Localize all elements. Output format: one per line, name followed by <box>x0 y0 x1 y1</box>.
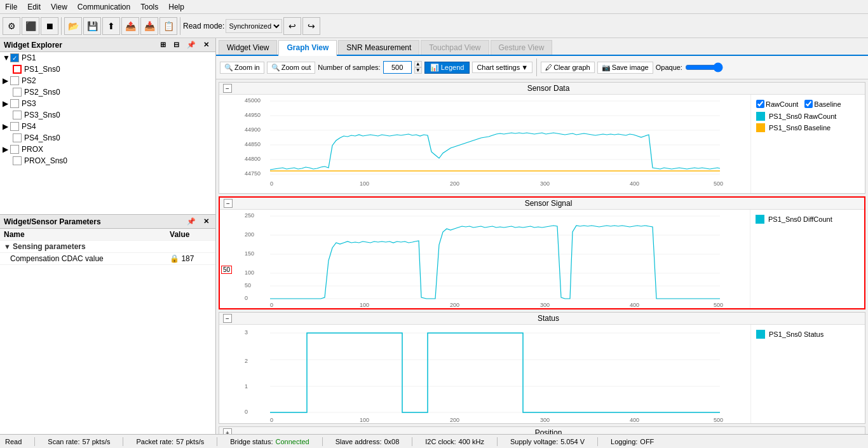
tab-snr[interactable]: SNR Measurement <box>338 40 419 55</box>
tab-widget-view[interactable]: Widget View <box>219 40 277 55</box>
tree-item-prox[interactable]: ▶ PROX <box>0 144 215 155</box>
clear-graph-btn[interactable]: 🖊 Clear graph <box>541 62 594 73</box>
position-expand-btn[interactable]: + <box>223 428 232 434</box>
toolbar-undo-btn[interactable]: ↩ <box>283 17 301 35</box>
toolbar-open-btn[interactable]: 📂 <box>64 17 82 35</box>
sensor-data-plot: 45000 44950 44900 44850 44800 44750 <box>219 95 750 193</box>
checkbox-prox[interactable] <box>10 145 19 154</box>
position-chart: + Position <box>219 426 865 434</box>
expand-prox[interactable]: ▶ <box>3 145 10 154</box>
status-sep-5 <box>412 437 412 446</box>
legend-color-baseline <box>756 123 765 132</box>
legend-item-diffcount: PS1_Sns0 DiffCount <box>756 215 859 224</box>
save-image-btn[interactable]: 📷 Save image <box>597 62 653 74</box>
sensor-data-chart: − Sensor Data 45000 44950 44900 44850 44… <box>219 82 865 194</box>
tree-item-ps4-sns0[interactable]: PS4_Sns0 <box>0 132 215 144</box>
label-ps1-sns0: PS1_Sns0 <box>24 65 60 74</box>
menu-help[interactable]: Help <box>163 1 189 13</box>
status-sep-2 <box>123 437 123 446</box>
expand-ps4[interactable]: ▶ <box>3 122 10 131</box>
menu-tools[interactable]: Tools <box>135 1 163 13</box>
toolbar-up-btn[interactable]: ⬆ <box>102 17 120 35</box>
checkbox-ps4-sns0[interactable] <box>13 133 22 142</box>
tree-item-ps1-sns0[interactable]: PS1_Sns0 <box>0 64 215 75</box>
read-mode-select[interactable]: Synchronized <box>226 19 282 33</box>
sensor-params-close-btn[interactable]: ✕ <box>201 217 212 226</box>
toolbar-export2-btn[interactable]: 📥 <box>140 17 158 35</box>
packet-rate-label: Packet rate: <box>136 438 173 445</box>
opaque-label: Opaque: <box>656 64 682 71</box>
menu-view[interactable]: View <box>46 1 72 13</box>
status-sep-1 <box>34 437 35 446</box>
widget-explorer-close-btn[interactable]: ✕ <box>201 40 212 50</box>
checkbox-ps3-sns0[interactable] <box>13 111 22 119</box>
samples-input[interactable] <box>383 61 412 74</box>
menu-edit[interactable]: Edit <box>22 1 46 13</box>
sensor-params-pin-btn[interactable]: 📌 <box>184 217 198 226</box>
expand-ps3[interactable]: ▶ <box>3 99 10 108</box>
checkbox-prox-sns0[interactable] <box>13 156 22 165</box>
rawcount-check-label[interactable]: RawCount <box>756 100 798 108</box>
baseline-check-label[interactable]: Baseline <box>804 100 841 108</box>
toolbar-save-btn[interactable]: 💾 <box>83 17 101 35</box>
zoom-out-btn[interactable]: 🔍 Zoom out <box>267 62 315 74</box>
tab-touchpad[interactable]: Touchpad View <box>421 40 489 55</box>
rawcount-checkbox[interactable] <box>756 100 764 108</box>
samples-up-btn[interactable]: ▲ <box>414 61 422 67</box>
status-bridge: Bridge status: Connected <box>230 438 309 445</box>
svg-text:100: 100 <box>360 302 369 308</box>
svg-text:44800: 44800 <box>245 156 261 162</box>
widget-explorer-collapse-btn[interactable]: ⊟ <box>171 40 182 50</box>
svg-text:44950: 44950 <box>245 112 261 118</box>
toolbar-export-btn[interactable]: 📤 <box>121 17 139 35</box>
status-svg: 3 2 1 0 0 <box>219 325 750 423</box>
scan-rate-value: 57 pkts/s <box>82 438 110 445</box>
opaque-slider[interactable] <box>685 62 723 72</box>
tree-item-ps3-sns0[interactable]: PS3_Sns0 <box>0 109 215 121</box>
sensor-data-collapse-btn[interactable]: − <box>223 84 232 93</box>
slave-addr-value: 0x08 <box>384 438 399 445</box>
tree-item-ps2-sns0[interactable]: PS2_Sns0 <box>0 86 215 98</box>
sensor-data-svg: 45000 44950 44900 44850 44800 44750 <box>219 95 750 193</box>
sensor-signal-collapse-btn[interactable]: − <box>224 199 233 208</box>
checkbox-ps1[interactable]: ✓ <box>10 53 19 62</box>
checkbox-ps4[interactable] <box>10 122 19 131</box>
widget-explorer-expand-btn[interactable]: ⊞ <box>158 40 168 50</box>
zoom-out-icon: 🔍 <box>271 64 280 72</box>
label-ps2-sns0: PS2_Sns0 <box>24 88 60 97</box>
toolbar-redo-btn[interactable]: ↪ <box>302 17 320 35</box>
expand-ps1[interactable]: ▼ <box>3 53 10 62</box>
params-row-cdac: Compensation CDAC value 🔒 187 <box>0 253 215 265</box>
toolbar-report-btn[interactable]: 📋 <box>159 17 177 35</box>
params-name-cdac: Compensation CDAC value <box>0 253 166 265</box>
checkbox-ps2[interactable] <box>10 76 19 85</box>
checkbox-ps3[interactable] <box>10 99 19 108</box>
widget-explorer-pin-btn[interactable]: 📌 <box>184 40 198 50</box>
menu-communication[interactable]: Communication <box>72 1 135 13</box>
samples-down-btn[interactable]: ▼ <box>414 67 422 74</box>
label-ps4-sns0: PS4_Sns0 <box>24 133 60 142</box>
checkbox-ps2-sns0[interactable] <box>13 88 22 97</box>
tree-item-ps1[interactable]: ▼ ✓ PS1 <box>0 52 215 64</box>
toolbar-stop-btn[interactable]: ⬛ <box>22 17 39 35</box>
tree-item-prox-sns0[interactable]: PROX_Sns0 <box>0 155 215 166</box>
legend-btn[interactable]: 📊 Legend <box>424 62 470 74</box>
status-collapse-btn[interactable]: − <box>223 314 232 323</box>
checkbox-ps1-sns0[interactable] <box>13 65 22 74</box>
expand-ps2[interactable]: ▶ <box>3 76 10 85</box>
tree-item-ps3[interactable]: ▶ PS3 <box>0 98 215 109</box>
sensor-signal-svg: 250 200 150 100 50 0 <box>220 210 750 308</box>
zoom-in-btn[interactable]: 🔍 Zoom in <box>220 62 264 74</box>
toolbar-settings-btn[interactable]: ⚙ <box>3 17 20 35</box>
tree-item-ps2[interactable]: ▶ PS2 <box>0 75 215 86</box>
svg-text:0: 0 <box>270 302 273 308</box>
tab-gesture[interactable]: Gesture View <box>491 40 553 55</box>
svg-text:400: 400 <box>630 180 639 187</box>
tree-item-ps4[interactable]: ▶ PS4 <box>0 121 215 132</box>
toolbar-pause-btn[interactable]: ⏹ <box>41 17 58 35</box>
camera-icon: 📷 <box>602 64 611 72</box>
baseline-checkbox[interactable] <box>804 100 813 108</box>
tab-graph-view[interactable]: Graph View <box>278 40 337 56</box>
menu-file[interactable]: File <box>0 1 22 13</box>
chart-settings-btn[interactable]: Chart settings ▼ <box>472 62 532 73</box>
